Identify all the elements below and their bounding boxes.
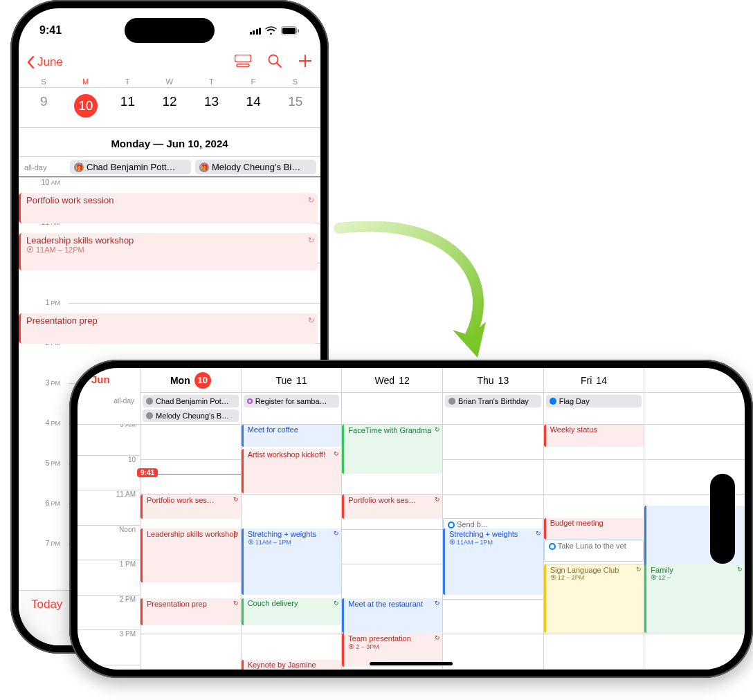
hour-label: 3 PM xyxy=(78,630,140,665)
weekday-letter: F xyxy=(233,77,275,86)
day-col-mon[interactable]: Portfolio work ses…↻Leadership skills wo… xyxy=(140,425,241,670)
svg-rect-4 xyxy=(237,64,249,66)
calendar-event[interactable]: ↻Leadership skills workshop⦿11AM – 12PM xyxy=(19,233,318,270)
weekday-letter: S xyxy=(23,77,65,86)
day-col-tue[interactable]: Meet for coffeeArtist workshop kickoff!↻… xyxy=(241,425,342,670)
back-button[interactable]: June xyxy=(27,55,63,69)
calendar-event[interactable]: FaceTime with Grandma↻ xyxy=(342,425,442,474)
calendar-event[interactable]: Artist workshop kickoff!↻ xyxy=(242,449,342,493)
day-col-thu[interactable]: Send b…Stretching + weights↻⦿11AM – 1PM xyxy=(442,425,543,670)
weekday-date[interactable]: 15 xyxy=(274,91,316,120)
weekday-letter: M xyxy=(65,77,107,86)
weekday-letter: T xyxy=(190,77,233,86)
calendar-event[interactable]: ↻Portfolio work session xyxy=(19,193,318,223)
calendar-event[interactable]: Keynote by Jasmine xyxy=(242,660,342,670)
weekday-header: SMTWTFS xyxy=(19,77,320,88)
color-dot xyxy=(247,398,253,404)
add-icon[interactable] xyxy=(298,54,312,71)
svg-rect-3 xyxy=(235,55,251,62)
allday-tue: Register for samba… xyxy=(241,393,342,425)
allday-fri: Flag Day xyxy=(543,393,644,425)
allday-chip[interactable]: Register for samba… xyxy=(244,395,340,407)
repeat-icon: ↻ xyxy=(233,496,239,503)
allday-chip[interactable]: Chad Benjamin Pot… xyxy=(143,395,239,407)
month-label[interactable]: Jun xyxy=(78,368,140,393)
repeat-icon: ↻ xyxy=(435,496,440,503)
repeat-icon: ↻ xyxy=(435,634,440,641)
svg-rect-2 xyxy=(298,29,299,33)
weekdate-row: 9101112131415 xyxy=(19,88,320,128)
calendar-event[interactable]: Portfolio work ses…↻ xyxy=(140,495,241,519)
calendar-event[interactable]: Weekly status xyxy=(544,425,644,447)
calendar-event[interactable]: Couch delivery↻ xyxy=(242,598,342,625)
allday-chip[interactable]: 🎁Melody Cheung's Bi… xyxy=(195,160,316,174)
week-timegrid[interactable]: 9 AM1011 AMNoon1 PM2 PM3 PM Portfolio wo… xyxy=(78,425,745,670)
weekday-date[interactable]: 11 xyxy=(107,91,149,120)
list-view-icon[interactable] xyxy=(235,55,251,71)
calendar-event[interactable]: Family↻⦿12 – xyxy=(644,564,745,633)
allday-chip[interactable]: Flag Day xyxy=(546,395,642,407)
allday-chip[interactable]: 🎁Chad Benjamin Pott… xyxy=(70,160,191,174)
clock-icon: ⦿ xyxy=(26,246,34,254)
cellular-icon xyxy=(250,26,262,35)
calendar-event[interactable]: Presentation prep↻ xyxy=(140,598,241,625)
today-button[interactable]: Today xyxy=(31,598,62,611)
clock-icon: ⦿ xyxy=(651,574,657,581)
calendar-event[interactable]: Portfolio work ses…↻ xyxy=(342,495,442,519)
repeat-icon: ↻ xyxy=(334,450,339,457)
calendar-event[interactable]: ↻Presentation prep xyxy=(19,313,318,344)
repeat-icon: ↻ xyxy=(233,600,239,607)
hour-label: Noon xyxy=(78,526,140,561)
weekday-date[interactable]: 9 xyxy=(23,91,65,120)
day-head-tue[interactable]: Tue11 xyxy=(241,368,342,393)
weekday-date[interactable]: 13 xyxy=(190,91,233,120)
search-icon[interactable] xyxy=(268,54,282,71)
color-dot xyxy=(146,412,153,419)
hour-label: 11 AM xyxy=(78,490,140,526)
phone-landscape-frame: Jun Mon10 Tue11 Wed12 Thu13 Fri14 all-da… xyxy=(69,360,753,678)
clock-icon: ⦿ xyxy=(550,574,556,581)
hour-label: 1PM xyxy=(19,298,60,306)
day-col-wed[interactable]: FaceTime with Grandma↻Portfolio work ses… xyxy=(341,425,442,670)
day-head-sat[interactable] xyxy=(644,368,745,393)
allday-chip[interactable]: Melody Cheung's B… xyxy=(143,409,239,422)
allday-chip[interactable]: Brian Tran's Birthday xyxy=(445,395,541,407)
clock-icon: ⦿ xyxy=(449,539,455,546)
hour-label: 7PM xyxy=(19,539,60,547)
dynamic-island xyxy=(125,18,215,43)
open-circle-icon xyxy=(448,522,455,528)
allday-sat xyxy=(644,393,745,425)
hour-label: 9 AM xyxy=(78,425,140,456)
wifi-icon xyxy=(265,26,277,35)
birthday-icon: 🎁 xyxy=(199,163,209,172)
allday-label: all-day xyxy=(24,163,66,172)
repeat-icon: ↻ xyxy=(435,600,440,607)
allday-row: all-day 🎁Chad Benjamin Pott… 🎁Melody Che… xyxy=(19,157,320,178)
hour-label: 10AM xyxy=(19,178,60,186)
hour-label: 6PM xyxy=(19,499,60,507)
calendar-event[interactable]: Meet at the restaurant↻ xyxy=(342,598,442,633)
hour-label: 4PM xyxy=(19,418,60,427)
battery-icon xyxy=(281,26,300,35)
calendar-event[interactable]: Take Luna to the vet xyxy=(544,540,644,562)
weekday-date[interactable]: 12 xyxy=(149,91,191,120)
day-head-fri[interactable]: Fri14 xyxy=(543,368,644,393)
calendar-event[interactable]: Sign Language Club↻⦿12 – 2PM xyxy=(544,564,644,633)
hour-label: 2 PM xyxy=(78,596,140,631)
calendar-event[interactable]: Meet for coffee xyxy=(242,425,342,447)
weekday-date[interactable]: 10 xyxy=(65,91,107,120)
day-head-thu[interactable]: Thu13 xyxy=(442,368,543,393)
calendar-event[interactable]: Stretching + weights↻⦿11AM – 1PM xyxy=(443,528,543,595)
back-label: June xyxy=(37,55,63,69)
status-time: 9:41 xyxy=(39,24,62,37)
weekday-date[interactable]: 14 xyxy=(233,91,275,120)
calendar-event[interactable]: Budget meeting xyxy=(544,518,644,540)
day-head-mon[interactable]: Mon10 xyxy=(140,368,241,393)
calendar-event[interactable]: Leadership skills workshop↻ xyxy=(140,528,241,582)
day-head-wed[interactable]: Wed12 xyxy=(341,368,442,393)
color-dot xyxy=(448,398,455,405)
day-col-fri[interactable]: Weekly statusBudget meetingTake Luna to … xyxy=(543,425,644,670)
repeat-icon: ↻ xyxy=(334,600,339,607)
birthday-icon: 🎁 xyxy=(74,163,84,172)
calendar-event[interactable]: Stretching + weights↻⦿11AM – 1PM xyxy=(242,528,342,595)
